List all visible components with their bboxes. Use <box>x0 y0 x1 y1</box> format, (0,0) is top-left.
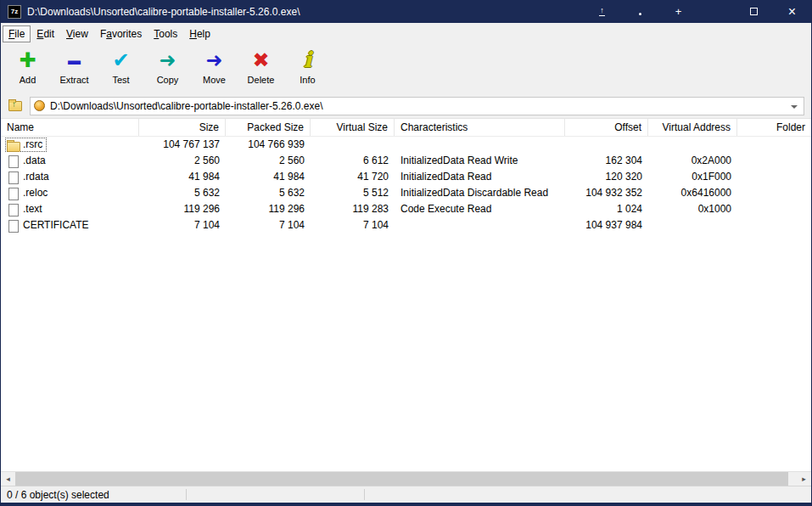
size-cell: 104 767 137 <box>139 137 226 153</box>
toolbar-button-label: Info <box>300 75 315 85</box>
table-row[interactable]: .rsrc104 767 137104 766 939 <box>1 137 811 153</box>
status-divider <box>186 489 187 500</box>
virtual_size-cell <box>311 137 395 153</box>
table-row[interactable]: .text119 296119 296119 283Code Execute R… <box>1 201 811 217</box>
copy-button[interactable]: ➜Copy <box>144 47 191 85</box>
table-row[interactable]: .rdata41 98441 98441 720InitializedData … <box>1 169 811 185</box>
scrollbar-thumb[interactable] <box>15 472 788 486</box>
menu-item-file[interactable]: File <box>3 25 31 42</box>
window-title: D:\Downloads\Unsorted\calibre-portable-i… <box>27 6 583 18</box>
packed-cell: 104 766 939 <box>226 137 311 153</box>
exe-file-icon <box>34 100 45 111</box>
menu-item-edit[interactable]: Edit <box>31 25 60 42</box>
test-button[interactable]: ✔Test <box>98 47 144 85</box>
offset-cell <box>565 137 648 153</box>
characteristics-cell: InitializedData Read <box>395 169 565 185</box>
column-header-folder[interactable]: Folder <box>737 119 811 136</box>
delete-button[interactable]: ✖Delete <box>238 47 284 85</box>
status-bar: 0 / 6 object(s) selected <box>1 486 811 503</box>
scroll-left-button[interactable]: ◂ <box>1 472 15 486</box>
minimize-icon <box>639 13 641 15</box>
minimize-to-tray-icon: ↑ <box>599 7 605 16</box>
virtual_address-cell: 0x2A000 <box>648 153 737 169</box>
toolbar-button-label: Add <box>20 75 36 85</box>
add-button[interactable]: ✚Add <box>4 47 51 85</box>
virtual_size-cell: 6 612 <box>311 153 395 169</box>
scrollbar-track[interactable] <box>15 472 797 486</box>
menu-item-view[interactable]: View <box>60 25 94 42</box>
file-icon <box>7 155 20 167</box>
address-bar: ↑ D:\Downloads\Unsorted\calibre-portable… <box>1 93 811 119</box>
column-header-size[interactable]: Size <box>139 119 226 136</box>
table-row[interactable]: .data2 5602 5606 612InitializedData Read… <box>1 153 811 169</box>
column-header-virtual_size[interactable]: Virtual Size <box>311 119 395 136</box>
pin-button[interactable]: + <box>659 0 697 23</box>
minimize-button[interactable] <box>621 0 659 23</box>
size-cell: 41 984 <box>139 169 226 185</box>
status-divider <box>364 489 365 500</box>
column-header-name[interactable]: Name <box>1 119 139 136</box>
folder-cell <box>737 217 811 233</box>
folder-cell <box>737 169 811 185</box>
characteristics-cell: InitializedData Discardable Read <box>395 185 565 201</box>
column-header-virtual_address[interactable]: Virtual Address <box>648 119 737 136</box>
name-cell: .text <box>1 201 139 217</box>
menu-item-help[interactable]: Help <box>183 25 216 42</box>
packed-cell: 2 560 <box>226 153 311 169</box>
column-header-offset[interactable]: Offset <box>565 119 648 136</box>
menu-item-favorites[interactable]: Favorites <box>94 25 148 42</box>
size-cell: 119 296 <box>139 201 226 217</box>
address-combo[interactable]: D:\Downloads\Unsorted\calibre-portable-i… <box>30 97 804 115</box>
parent-folder-button[interactable]: ↑ <box>4 96 26 116</box>
characteristics-cell: Code Execute Read <box>395 201 565 217</box>
info-button[interactable]: iInfo <box>284 47 331 85</box>
minimize-to-tray-button[interactable]: ↑ <box>583 0 621 23</box>
table-row[interactable]: .reloc5 6325 6325 512InitializedData Dis… <box>1 185 811 201</box>
packed-cell: 5 632 <box>226 185 311 201</box>
characteristics-cell: InitializedData Read Write <box>395 153 565 169</box>
size-cell: 5 632 <box>139 185 226 201</box>
folder-cell <box>737 137 811 153</box>
virtual_address-cell <box>648 217 737 233</box>
file-icon <box>7 220 20 232</box>
window-border-bottom <box>1 503 811 506</box>
delete-x-icon: ✖ <box>252 47 269 74</box>
folder-up-icon: ↑ <box>8 101 22 111</box>
scroll-right-button[interactable]: ▸ <box>797 472 811 486</box>
app-icon-7zip: 7z <box>8 5 21 19</box>
name-wrap: .reloc <box>5 186 52 200</box>
close-button[interactable]: × <box>773 0 811 23</box>
packed-cell: 41 984 <box>226 169 311 185</box>
offset-cell: 104 932 352 <box>565 185 648 201</box>
offset-cell: 1 024 <box>565 201 648 217</box>
file-icon <box>7 204 20 216</box>
dropdown-arrow-icon[interactable] <box>791 105 798 109</box>
horizontal-scrollbar[interactable]: ◂ ▸ <box>1 471 811 486</box>
file-icon <box>7 171 20 183</box>
move-button[interactable]: ➜Move <box>191 47 238 85</box>
menu-item-tools[interactable]: Tools <box>148 25 183 42</box>
table-row[interactable]: CERTIFICATE7 1047 1047 104104 937 984 <box>1 217 811 233</box>
maximize-icon <box>750 8 758 15</box>
title-bar[interactable]: 7z D:\Downloads\Unsorted\calibre-portabl… <box>1 0 811 23</box>
column-header-packed[interactable]: Packed Size <box>226 119 311 136</box>
virtual_address-cell: 0x6416000 <box>648 185 737 201</box>
offset-cell: 120 320 <box>565 169 648 185</box>
maximize-button[interactable] <box>735 0 773 23</box>
packed-cell: 7 104 <box>226 217 311 233</box>
extract-button[interactable]: ▬Extract <box>51 47 98 85</box>
packed-cell: 119 296 <box>226 201 311 217</box>
name-wrap: .rdata <box>5 170 53 184</box>
name-cell: .rsrc <box>1 137 139 153</box>
app-icon-text: 7z <box>11 8 18 15</box>
status-text: 0 / 6 object(s) selected <box>7 489 109 501</box>
virtual_address-cell <box>648 137 737 153</box>
virtual_size-cell: 119 283 <box>311 201 395 217</box>
add-plus-icon: ✚ <box>19 47 36 74</box>
column-header-characteristics[interactable]: Characteristics <box>395 119 565 136</box>
folder-cell <box>737 153 811 169</box>
folder-icon <box>7 139 20 151</box>
toolbar-button-label: Extract <box>59 75 88 85</box>
item-name: .rsrc <box>23 137 42 153</box>
size-cell: 7 104 <box>139 217 226 233</box>
